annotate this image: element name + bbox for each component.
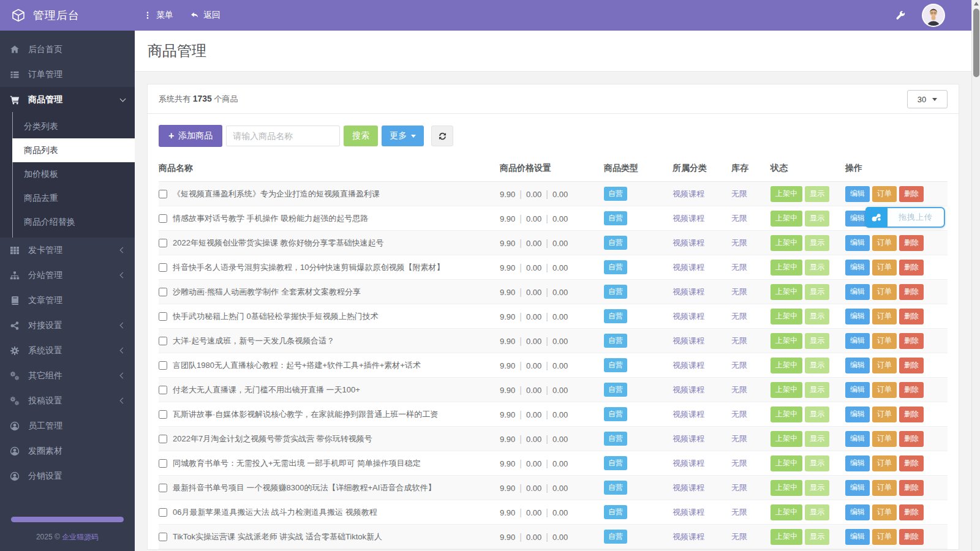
status-visible-button[interactable]: 显示 <box>805 407 829 422</box>
tools-wrench-icon[interactable] <box>895 10 906 21</box>
status-on-shelf-button[interactable]: 上架中 <box>771 284 802 300</box>
edit-button[interactable]: 编辑 <box>845 480 870 496</box>
orders-button[interactable]: 订单 <box>872 186 897 202</box>
category-link[interactable]: 视频课程 <box>673 287 704 296</box>
delete-button[interactable]: 删除 <box>899 186 924 202</box>
sidebar-item-staff[interactable]: 员工管理 <box>0 413 135 438</box>
refresh-button[interactable] <box>431 126 453 146</box>
row-checkbox[interactable] <box>159 288 167 296</box>
status-visible-button[interactable]: 显示 <box>805 504 829 520</box>
category-link[interactable]: 视频课程 <box>673 263 704 272</box>
status-on-shelf-button[interactable]: 上架中 <box>771 480 802 496</box>
status-visible-button[interactable]: 显示 <box>805 529 829 545</box>
edit-button[interactable]: 编辑 <box>845 455 870 471</box>
delete-button[interactable]: 删除 <box>899 235 924 251</box>
sidebar-item-home[interactable]: 后台首页 <box>0 37 135 62</box>
status-on-shelf-button[interactable]: 上架中 <box>771 431 802 447</box>
edit-button[interactable]: 编辑 <box>845 186 870 202</box>
row-checkbox[interactable] <box>159 508 167 517</box>
sidebar-item-substations[interactable]: 分站管理 <box>0 263 135 288</box>
status-visible-button[interactable]: 显示 <box>805 358 829 373</box>
status-on-shelf-button[interactable]: 上架中 <box>771 504 802 520</box>
orders-button[interactable]: 订单 <box>872 504 897 520</box>
netdisk-drag-upload-widget[interactable]: 拖拽上传 <box>865 207 945 228</box>
edit-button[interactable]: 编辑 <box>845 309 870 324</box>
status-on-shelf-button[interactable]: 上架中 <box>771 211 802 227</box>
more-dropdown-button[interactable]: 更多 <box>382 126 424 146</box>
category-link[interactable]: 视频课程 <box>673 532 704 541</box>
status-on-shelf-button[interactable]: 上架中 <box>771 235 802 251</box>
edit-button[interactable]: 编辑 <box>845 358 870 373</box>
orders-button[interactable]: 订单 <box>872 235 897 251</box>
delete-button[interactable]: 删除 <box>899 309 924 324</box>
delete-button[interactable]: 删除 <box>899 333 924 349</box>
delete-button[interactable]: 删除 <box>899 480 924 496</box>
status-on-shelf-button[interactable]: 上架中 <box>771 309 802 324</box>
edit-button[interactable]: 编辑 <box>845 407 870 422</box>
delete-button[interactable]: 删除 <box>899 407 924 422</box>
orders-button[interactable]: 订单 <box>872 309 897 324</box>
sidebar-subitem[interactable]: 商品列表 <box>12 138 135 162</box>
category-link[interactable]: 视频课程 <box>673 459 704 468</box>
vertical-scrollbar[interactable] <box>971 0 980 551</box>
row-checkbox[interactable] <box>159 459 167 468</box>
orders-button[interactable]: 订单 <box>872 260 897 276</box>
category-link[interactable]: 视频课程 <box>673 483 704 492</box>
status-on-shelf-button[interactable]: 上架中 <box>771 455 802 471</box>
status-on-shelf-button[interactable]: 上架中 <box>771 186 802 202</box>
sidebar-subitem[interactable]: 加价模板 <box>12 162 135 186</box>
row-checkbox[interactable] <box>159 337 167 345</box>
sidebar-item-articles[interactable]: 文章管理 <box>0 288 135 313</box>
category-link[interactable]: 视频课程 <box>673 361 704 370</box>
delete-button[interactable]: 删除 <box>899 504 924 520</box>
edit-button[interactable]: 编辑 <box>845 504 870 520</box>
sidebar-item-moments[interactable]: 发圈素材 <box>0 438 135 463</box>
status-visible-button[interactable]: 显示 <box>805 235 829 251</box>
category-link[interactable]: 视频课程 <box>673 385 704 394</box>
edit-button[interactable]: 编辑 <box>845 284 870 300</box>
row-checkbox[interactable] <box>159 533 167 541</box>
category-link[interactable]: 视频课程 <box>673 336 704 345</box>
scrollbar-up-arrow[interactable] <box>974 2 979 6</box>
search-input[interactable] <box>226 126 340 146</box>
back-button[interactable]: 返回 <box>190 10 221 21</box>
menu-toggle-button[interactable]: 菜单 <box>143 10 173 21</box>
status-visible-button[interactable]: 显示 <box>805 211 829 227</box>
orders-button[interactable]: 订单 <box>872 284 897 300</box>
status-visible-button[interactable]: 显示 <box>805 431 829 447</box>
category-link[interactable]: 视频课程 <box>673 238 704 247</box>
row-checkbox[interactable] <box>159 386 167 394</box>
row-checkbox[interactable] <box>159 312 167 321</box>
orders-button[interactable]: 订单 <box>872 455 897 471</box>
status-on-shelf-button[interactable]: 上架中 <box>771 382 802 398</box>
status-visible-button[interactable]: 显示 <box>805 480 829 496</box>
sidebar-subitem[interactable]: 商品介绍替换 <box>12 210 135 234</box>
sidebar-subitem[interactable]: 分类列表 <box>12 114 135 138</box>
status-visible-button[interactable]: 显示 <box>805 455 829 471</box>
edit-button[interactable]: 编辑 <box>845 431 870 447</box>
page-size-select[interactable]: 30 <box>907 90 948 108</box>
row-checkbox[interactable] <box>159 263 167 272</box>
row-checkbox[interactable] <box>159 239 167 247</box>
orders-button[interactable]: 订单 <box>872 407 897 422</box>
row-checkbox[interactable] <box>159 214 167 223</box>
sidebar-item-submission[interactable]: 投稿设置 <box>0 388 135 413</box>
status-visible-button[interactable]: 显示 <box>805 260 829 276</box>
orders-button[interactable]: 订单 <box>872 333 897 349</box>
sidebar-item-cards[interactable]: 发卡管理 <box>0 238 135 263</box>
edit-button[interactable]: 编辑 <box>845 235 870 251</box>
category-link[interactable]: 视频课程 <box>673 214 704 223</box>
orders-button[interactable]: 订单 <box>872 480 897 496</box>
category-link[interactable]: 视频课程 <box>673 410 704 419</box>
status-visible-button[interactable]: 显示 <box>805 333 829 349</box>
delete-button[interactable]: 删除 <box>899 358 924 373</box>
orders-button[interactable]: 订单 <box>872 431 897 447</box>
sidebar-item-components[interactable]: 其它组件 <box>0 363 135 388</box>
status-on-shelf-button[interactable]: 上架中 <box>771 407 802 422</box>
brand[interactable]: 管理后台 <box>0 8 135 23</box>
delete-button[interactable]: 删除 <box>899 431 924 447</box>
status-on-shelf-button[interactable]: 上架中 <box>771 260 802 276</box>
delete-button[interactable]: 删除 <box>899 284 924 300</box>
delete-button[interactable]: 删除 <box>899 529 924 545</box>
add-product-button[interactable]: + 添加商品 <box>159 125 222 147</box>
